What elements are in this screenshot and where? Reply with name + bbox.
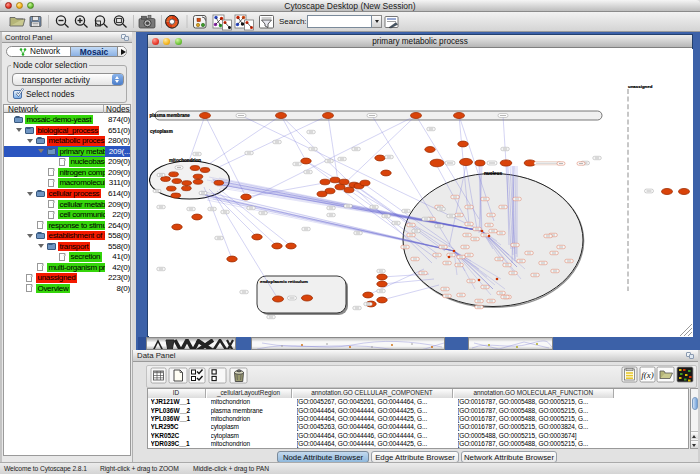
svg-text:f(x): f(x) xyxy=(641,370,654,380)
svg-text:unassigned: unassigned xyxy=(628,83,653,88)
svg-text:cytoplasm: cytoplasm xyxy=(150,129,173,134)
svg-text:endoplasmic reticulum: endoplasmic reticulum xyxy=(260,278,308,283)
svg-text:nucleus: nucleus xyxy=(483,171,501,176)
svg-text:mitochondrion: mitochondrion xyxy=(169,158,201,163)
svg-text:plasma membrane: plasma membrane xyxy=(149,113,190,118)
